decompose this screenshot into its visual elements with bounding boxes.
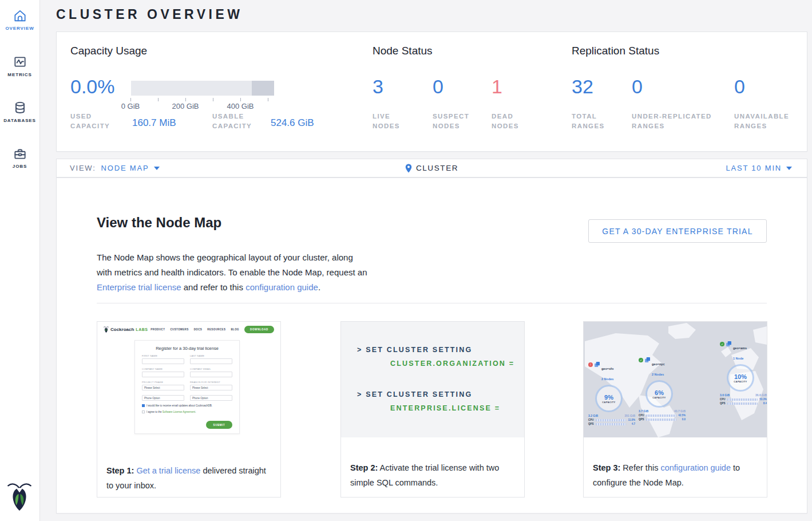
cpu-bar: [727, 398, 758, 401]
locality-name: geo=sfo: [601, 367, 613, 370]
configuration-guide-link[interactable]: configuration guide: [660, 463, 731, 472]
text-input: [142, 358, 184, 364]
cluster-overview-page: OVERVIEW METRICS DATABASES JOBS: [0, 0, 812, 521]
scope-breadcrumb: CLUSTER: [57, 159, 807, 177]
node-count: 1 Node: [733, 357, 743, 360]
sql-commands-snippet: > SET CLUSTER SETTING CLUSTER.ORGANIZATI…: [341, 322, 524, 437]
sidebar-item-metrics[interactable]: METRICS: [0, 54, 39, 77]
capacity-usage-bar: [131, 81, 274, 96]
sidebar-item-label: METRICS: [0, 72, 39, 77]
step-number: Step 2:: [350, 463, 378, 472]
enterprise-trial-button[interactable]: GET A 30-DAY ENTERPRISE TRIAL: [588, 219, 767, 243]
qps-bar: [596, 423, 626, 425]
trial-site-nav: PRODUCT CUSTOMERS DOCS RESOURCES BLOG DO…: [150, 326, 274, 333]
node-map-thumbnail: ! geo=sfo2 Nodes 9% CAPACITY 3.2 GiB351 …: [584, 322, 767, 437]
sidebar-item-overview[interactable]: OVERVIEW: [0, 8, 39, 31]
sql-command: > SET CLUSTER SETTING: [357, 390, 472, 398]
qps-label: QPS: [639, 418, 645, 421]
cpu-value: 53.3%: [759, 398, 767, 401]
unavailable-ranges-label: UNAVAILABLERANGES: [734, 112, 789, 131]
dead-nodes-count: 1: [492, 76, 502, 97]
nodes-cube-icon: [595, 362, 600, 367]
field-label: FIRST NAME: [142, 354, 184, 357]
total-capacity: 351 GiB: [624, 414, 635, 417]
sql-command: > SET CLUSTER SETTING: [357, 346, 472, 354]
get-trial-license-link[interactable]: Get a trial license: [136, 466, 200, 475]
time-range-value[interactable]: LAST 10 MIN: [726, 164, 782, 172]
capacity-percent: 10%: [734, 373, 747, 380]
description-text: The Node Map shows the geographical layo…: [97, 252, 367, 277]
cluster-summary-panel: Capacity Usage 0.0% 0 GiB 200 GiB 400 Gi…: [56, 31, 807, 152]
sidebar-item-databases[interactable]: DATABASES: [0, 100, 39, 123]
capacity-gauge: 6% CAPACITY: [645, 380, 673, 408]
cpu-value: 42.5%: [678, 414, 686, 417]
step1-caption: Step 1: Get a trial license delivered st…: [97, 449, 280, 493]
enterprise-trial-license-link[interactable]: Enterprise trial license: [97, 282, 181, 292]
field-label: PROJECT PHASE: [142, 381, 184, 384]
form-title: Register for a 30-day trial license: [135, 346, 239, 351]
text-input: [190, 372, 232, 377]
capacity-used-percent: 0.0%: [70, 76, 115, 97]
capacity-label: CAPACITY: [602, 401, 615, 404]
sidebar-item-jobs[interactable]: JOBS: [0, 146, 39, 169]
suspect-nodes-count: 0: [433, 76, 443, 97]
nav-item: RESOURCES: [207, 328, 225, 331]
capacity-percent: 9%: [604, 394, 613, 401]
capacity-gauge: 9% CAPACITY: [595, 385, 623, 412]
checkbox-label: I agree to the Software License Agreemen…: [146, 411, 196, 413]
select-input: Please Select: [190, 385, 232, 390]
checkbox-icon: [142, 411, 145, 413]
suspect-nodes-label: SUSPECTNODES: [433, 112, 469, 131]
checkbox-checked-icon: [142, 404, 145, 407]
node-map-locality-nyc: ✓ geo=nyc2 Nodes 6% CAPACITY 3.7 GiB43.7…: [639, 357, 686, 421]
brand-name: Cockroach: [110, 327, 134, 332]
step2-card: > SET CLUSTER SETTING CLUSTER.ORGANIZATI…: [340, 321, 525, 498]
axis-label: 200 GiB: [172, 102, 199, 110]
field-label: LAST NAME: [190, 354, 232, 357]
configuration-guide-link[interactable]: configuration guide: [245, 282, 318, 292]
time-range-selector[interactable]: LAST 10 MIN: [726, 159, 792, 177]
total-capacity: 36.6 GiB: [755, 393, 767, 397]
status-ok-icon: ✓: [720, 342, 724, 346]
capacity-axis-ticks: [131, 98, 274, 101]
cpu-label: CPU: [720, 398, 726, 401]
cpu-label: CPU: [639, 414, 645, 417]
step1-card: Cockroach LABS PRODUCT CUSTOMERS DOCS RE…: [97, 321, 281, 498]
qps-bar: [646, 419, 676, 421]
qps-bar: [727, 402, 758, 405]
view-bar: VIEW: NODE MAP CLUSTER LAST 10 MIN: [56, 159, 807, 177]
under-replicated-ranges-count: 0: [632, 76, 643, 97]
qps-label: QPS: [720, 402, 726, 405]
node-count: 2 Nodes: [601, 377, 613, 381]
select-input: Phone Option: [190, 395, 232, 401]
status-ok-icon: ✓: [639, 358, 643, 362]
used-capacity: 3.2 GiB: [588, 414, 598, 417]
sql-argument: CLUSTER.ORGANIZATION =: [390, 360, 514, 368]
usable-capacity-value: 524.6 GiB: [271, 117, 314, 129]
description-text: and refer to this: [181, 282, 246, 292]
locality-name: geo=ams: [733, 346, 747, 350]
capacity-bar-reserved-segment: [252, 81, 274, 96]
total-ranges-label: TOTALRANGES: [572, 112, 605, 131]
step-number: Step 3:: [593, 463, 620, 472]
qps-value: 8.4: [759, 402, 767, 405]
node-count: 2 Nodes: [652, 373, 664, 376]
sidebar: OVERVIEW METRICS DATABASES JOBS: [0, 0, 40, 521]
step3-card: ! geo=sfo2 Nodes 9% CAPACITY 3.2 GiB351 …: [583, 321, 767, 498]
nodes-cube-icon: [645, 357, 650, 362]
select-input: Phone Option: [142, 395, 184, 401]
cpu-bar: [646, 415, 676, 417]
cockroach-labs-logo: [7, 481, 31, 514]
total-ranges-count: 32: [572, 76, 593, 97]
field-label: COMPANY NAME: [142, 368, 184, 370]
axis-label: 0 GiB: [121, 102, 140, 110]
node-map-locality-ams: ✓ geo=ams1 Node 10% CAPACITY 3.6 GiB36.6…: [720, 341, 767, 405]
scope-label: CLUSTER: [416, 164, 458, 172]
capacity-gauge: 10% CAPACITY: [727, 364, 754, 392]
sidebar-item-label: DATABASES: [0, 118, 39, 123]
live-nodes-label: LIVENODES: [373, 112, 400, 131]
sidebar-item-label: OVERVIEW: [0, 26, 39, 31]
cockroach-labs-brand: Cockroach LABS: [104, 326, 148, 333]
locality-name: geo=nyc: [652, 362, 664, 366]
node-status-title: Node Status: [373, 45, 433, 57]
